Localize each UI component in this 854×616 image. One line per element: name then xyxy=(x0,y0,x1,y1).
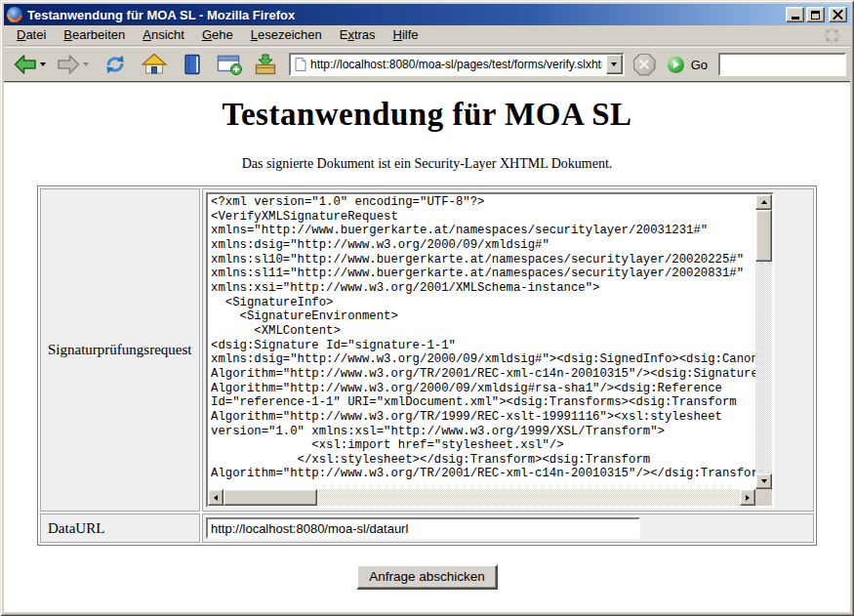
table-row: Signaturprüfungsrequest <?xml version="1… xyxy=(40,188,814,512)
new-window-icon xyxy=(216,53,243,76)
scrollbar-corner xyxy=(755,489,772,506)
intro-text: Das signierte Dokument ist ein Security-… xyxy=(4,156,850,172)
search-input[interactable] xyxy=(724,58,854,71)
arrow-up-icon xyxy=(761,200,767,204)
maximize-icon xyxy=(811,11,820,20)
url-input[interactable] xyxy=(310,57,602,72)
window-controls xyxy=(786,7,847,22)
menu-lesezeichen[interactable]: Lesezeichen xyxy=(242,25,331,45)
reload-button[interactable] xyxy=(102,52,129,77)
close-button[interactable] xyxy=(829,7,847,22)
stop-button[interactable] xyxy=(632,53,657,77)
navigation-toolbar: Go G xyxy=(4,47,850,82)
menubar: Datei Bearbeiten Ansicht Gehe Lesezeiche… xyxy=(4,25,850,46)
page-title: Testanwendung für MOA SL xyxy=(4,97,850,133)
window-title: Testanwendung für MOA SL - Mozilla Firef… xyxy=(27,8,781,22)
new-window-button[interactable] xyxy=(215,52,244,77)
downloads-button[interactable] xyxy=(252,52,279,77)
xml-request-text[interactable]: <?xml version="1.0" encoding="UTF-8"?> <… xyxy=(208,194,755,489)
menu-gehe[interactable]: Gehe xyxy=(193,25,242,45)
arrow-right-icon xyxy=(746,495,750,501)
forward-button[interactable] xyxy=(55,52,90,77)
home-icon xyxy=(142,53,167,76)
home-button[interactable] xyxy=(141,52,168,77)
bookmarks-button[interactable] xyxy=(180,52,205,77)
submit-row: Anfrage abschicken xyxy=(4,564,850,590)
minimize-button[interactable] xyxy=(786,7,804,22)
go-icon xyxy=(668,57,684,73)
arrow-down-icon xyxy=(761,479,767,483)
vertical-scroll-thumb[interactable] xyxy=(755,210,772,262)
menu-datei[interactable]: Datei xyxy=(8,25,55,45)
throbber-icon xyxy=(822,25,842,49)
scroll-right-button[interactable] xyxy=(740,489,755,506)
search-box: G xyxy=(718,53,846,76)
forward-dropdown-icon[interactable] xyxy=(83,62,89,66)
titlebar[interactable]: Testanwendung für MOA SL - Mozilla Firef… xyxy=(4,4,850,25)
back-arrow-icon xyxy=(13,53,38,76)
menu-ansicht[interactable]: Ansicht xyxy=(134,25,193,45)
arrow-left-icon xyxy=(214,495,218,501)
url-dropdown-button[interactable] xyxy=(606,55,623,74)
submit-button[interactable]: Anfrage abschicken xyxy=(356,564,498,590)
go-label: Go xyxy=(691,58,708,72)
firefox-logo-icon xyxy=(7,7,22,22)
menu-bearbeiten[interactable]: Bearbeiten xyxy=(55,25,134,45)
stop-icon xyxy=(633,54,656,76)
url-bar xyxy=(289,53,625,76)
dataurl-input[interactable] xyxy=(206,517,640,539)
reload-icon xyxy=(102,53,128,76)
downloads-box-icon xyxy=(253,53,278,76)
request-form-table: Signaturprüfungsrequest <?xml version="1… xyxy=(37,185,817,546)
dataurl-label: DataURL xyxy=(40,513,200,543)
back-button[interactable] xyxy=(12,52,47,77)
menu-extras[interactable]: Extras xyxy=(331,25,385,45)
horizontal-scrollbar[interactable] xyxy=(208,489,755,506)
close-icon xyxy=(833,10,843,20)
page-icon xyxy=(295,58,306,71)
firefox-window: Testanwendung für MOA SL - Mozilla Firef… xyxy=(0,0,854,616)
scroll-left-button[interactable] xyxy=(208,489,224,506)
xml-request-textarea[interactable]: <?xml version="1.0" encoding="UTF-8"?> <… xyxy=(206,192,774,508)
scroll-up-button[interactable] xyxy=(755,194,772,210)
chevron-down-icon xyxy=(611,62,617,66)
signature-request-cell: <?xml version="1.0" encoding="UTF-8"?> <… xyxy=(202,188,814,512)
scroll-down-button[interactable] xyxy=(755,473,772,489)
table-row: DataURL xyxy=(40,513,814,543)
dataurl-cell xyxy=(202,513,814,543)
menu-hilfe[interactable]: Hilfe xyxy=(385,25,427,45)
minimize-icon xyxy=(792,17,799,20)
vertical-scrollbar[interactable] xyxy=(755,194,772,489)
go-button[interactable]: Go xyxy=(667,56,709,74)
forward-arrow-icon xyxy=(56,53,81,76)
signature-request-label: Signaturprüfungsrequest xyxy=(40,188,200,512)
browser-viewport: Testanwendung für MOA SL Das signierte D… xyxy=(4,83,850,612)
bookmarks-book-icon xyxy=(181,53,204,76)
maximize-button[interactable] xyxy=(806,7,825,22)
back-dropdown-icon[interactable] xyxy=(40,62,46,66)
horizontal-scroll-thumb[interactable] xyxy=(224,489,317,506)
